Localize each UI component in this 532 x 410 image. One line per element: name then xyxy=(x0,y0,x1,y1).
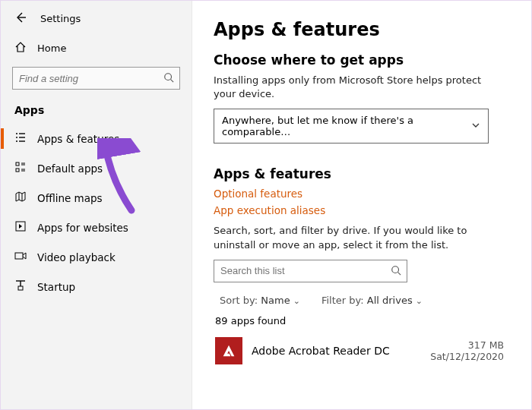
svg-point-1 xyxy=(165,74,172,80)
sort-label: Sort by: xyxy=(220,295,258,306)
svg-rect-9 xyxy=(16,162,19,166)
app-date: Sat/12/12/2020 xyxy=(430,351,504,362)
app-meta: 317 MB Sat/12/12/2020 xyxy=(430,339,504,362)
sidebar-item-label: Apps & features xyxy=(37,133,119,145)
sidebar-item-label: Video playback xyxy=(37,251,116,263)
svg-line-2 xyxy=(171,80,174,83)
chevron-down-icon xyxy=(471,121,480,132)
find-setting-search[interactable] xyxy=(12,67,180,90)
section-choose-apps-help: Installing apps only from Microsoft Stor… xyxy=(214,74,505,101)
video-playback-icon xyxy=(14,250,27,264)
sidebar-item-video-playback[interactable]: Video playback xyxy=(1,242,192,272)
svg-rect-19 xyxy=(18,286,23,290)
filter-by-control[interactable]: Filter by: All drives⌄ xyxy=(321,295,423,306)
link-app-execution-aliases[interactable]: App execution aliases xyxy=(214,204,505,216)
filter-label: Filter by: xyxy=(321,295,364,306)
sidebar-item-label: Default apps xyxy=(37,162,103,175)
chevron-down-icon: ⌄ xyxy=(416,296,423,306)
sidebar-item-apps-websites[interactable]: Apps for websites xyxy=(1,213,192,242)
svg-rect-12 xyxy=(16,169,19,172)
link-optional-features[interactable]: Optional features xyxy=(214,188,505,200)
chevron-down-icon: ⌄ xyxy=(293,296,300,306)
sort-filter-row: Sort by: Name⌄ Filter by: All drives⌄ xyxy=(214,290,505,312)
app-source-dropdown[interactable]: Anywhere, but let me know if there's a c… xyxy=(214,109,489,144)
sidebar: Settings Home Apps Apps & features Defau… xyxy=(1,1,192,409)
filter-help-text: Search, sort, and filter by drive. If yo… xyxy=(214,224,505,251)
sort-value: Name xyxy=(261,295,290,306)
sort-by-control[interactable]: Sort by: Name⌄ xyxy=(220,295,300,306)
default-apps-icon xyxy=(14,161,27,175)
sidebar-item-default-apps[interactable]: Default apps xyxy=(1,153,192,183)
sidebar-item-label: Offline maps xyxy=(37,192,103,204)
home-icon xyxy=(14,41,27,55)
apps-count: 89 apps found xyxy=(215,315,505,326)
sidebar-item-offline-maps[interactable]: Offline maps xyxy=(1,183,192,213)
back-icon[interactable] xyxy=(14,11,27,26)
app-list-item[interactable]: Adobe Acrobat Reader DC 317 MB Sat/12/12… xyxy=(214,333,505,369)
apps-websites-icon xyxy=(14,220,27,235)
search-icon xyxy=(163,72,174,85)
sidebar-item-label: Apps for websites xyxy=(37,222,128,234)
search-list-input[interactable] xyxy=(214,260,407,282)
sidebar-item-label: Startup xyxy=(37,281,75,293)
svg-point-20 xyxy=(392,266,399,273)
sidebar-item-apps-features[interactable]: Apps & features xyxy=(1,124,192,153)
app-size: 317 MB xyxy=(430,339,504,351)
section-choose-apps-title: Choose where to get apps xyxy=(214,52,505,68)
filter-value: All drives xyxy=(367,295,413,306)
svg-line-21 xyxy=(398,272,401,275)
home-label: Home xyxy=(37,43,66,54)
section-apps-features-title: Apps & features xyxy=(214,166,505,181)
offline-maps-icon xyxy=(14,191,27,205)
app-icon-adobe xyxy=(215,337,242,364)
sidebar-item-startup[interactable]: Startup xyxy=(1,272,192,301)
header-row: Settings xyxy=(1,8,192,33)
dropdown-value: Anywhere, but let me know if there's a c… xyxy=(222,115,471,137)
apps-features-icon xyxy=(14,131,27,146)
startup-icon xyxy=(14,279,27,294)
window-title: Settings xyxy=(40,13,81,24)
sidebar-section-label: Apps xyxy=(1,99,192,124)
search-list-wrap[interactable] xyxy=(214,260,407,282)
main-content: Apps & features Choose where to get apps… xyxy=(192,1,531,409)
app-name: Adobe Acrobat Reader DC xyxy=(252,345,421,357)
svg-rect-16 xyxy=(15,253,23,259)
search-icon xyxy=(391,265,401,278)
sidebar-item-home[interactable]: Home xyxy=(1,33,192,63)
page-title: Apps & features xyxy=(214,19,505,40)
search-input[interactable] xyxy=(12,67,180,90)
